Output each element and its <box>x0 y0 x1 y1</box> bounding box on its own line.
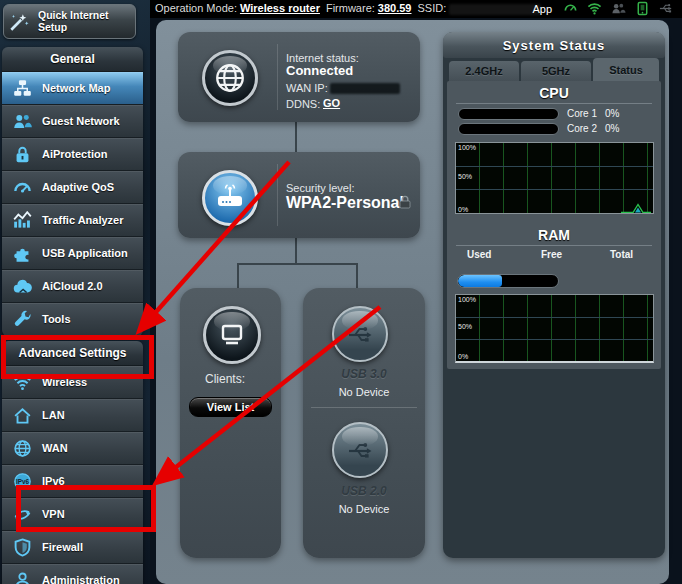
ram-usage-graph: 100% 50% 0% <box>455 294 654 363</box>
usb3-label: USB 3.0 <box>304 367 424 381</box>
sidebar-item-label: WAN <box>42 442 68 454</box>
sidebar-item-vpn[interactable]: VPN <box>2 498 143 531</box>
router-admin-screen: Operation Mode:Wireless routerFirmware:3… <box>0 0 682 584</box>
tab-24ghz[interactable]: 2.4GHz <box>449 61 519 81</box>
connector-line <box>237 263 358 265</box>
cpu-core2-value: 0% <box>605 123 619 134</box>
usb2-status: No Device <box>304 503 424 515</box>
traffic-chart-icon <box>11 211 33 230</box>
connector-line <box>295 238 297 264</box>
ddns-go-link[interactable]: GO <box>323 97 340 109</box>
sidebar-item-aicloud[interactable]: AiCloud 2.0 <box>2 270 143 303</box>
clients-label: Clients: <box>205 372 245 386</box>
ram-used-column: Used <box>467 249 491 260</box>
sidebar-item-administration[interactable]: Administration <box>2 564 143 584</box>
sidebar-group-general: General Network Map Guest Network AiProt… <box>2 47 143 336</box>
sidebar-item-tools[interactable]: Tools <box>2 303 143 336</box>
sidebar-item-label: Network Map <box>42 82 110 94</box>
connector-line <box>295 122 297 155</box>
security-level-value: WPA2-Personal <box>286 194 404 212</box>
sidebar-item-network-map[interactable]: Network Map <box>2 72 143 105</box>
magic-wand-icon <box>8 11 30 33</box>
cpu-section-title: CPU <box>447 85 661 101</box>
usb-icon[interactable] <box>659 1 674 16</box>
sidebar-item-wan[interactable]: WAN <box>2 432 143 465</box>
quick-internet-setup-button[interactable]: Quick Internet Setup <box>3 4 136 39</box>
gridline <box>456 317 653 318</box>
ram-usage-bar <box>457 274 559 288</box>
sidebar-item-label: IPv6 <box>42 475 65 487</box>
view-list-button[interactable]: View List <box>189 397 272 417</box>
cpu-axis-50: 50% <box>458 173 472 180</box>
wifi-icon <box>11 373 33 392</box>
sidebar-item-label: AiCloud 2.0 <box>42 280 103 292</box>
svg-text:IPv6: IPv6 <box>15 478 29 485</box>
ram-usage-fill <box>458 275 502 287</box>
guest-network-icon[interactable] <box>611 1 626 16</box>
lock-icon <box>11 145 33 164</box>
ssid-label: SSID: <box>417 2 446 14</box>
connector-line <box>356 263 358 288</box>
sidebar-item-label: VPN <box>42 508 65 520</box>
usb3-icon[interactable] <box>332 306 388 362</box>
mobile-app-icon[interactable] <box>635 1 650 16</box>
ssid-redacted-value <box>449 4 541 15</box>
usb3-status: No Device <box>304 386 424 398</box>
sidebar-item-label: Adaptive QoS <box>42 181 114 193</box>
wrench-icon <box>11 310 33 329</box>
puzzle-icon <box>11 244 33 263</box>
sidebar-item-traffic-analyzer[interactable]: Traffic Analyzer <box>2 204 143 237</box>
wifi-icon[interactable] <box>587 1 602 16</box>
ram-axis-100: 100% <box>458 296 476 303</box>
sidebar-item-ipv6[interactable]: IPv6 IPv6 <box>2 465 143 498</box>
sidebar-item-wireless[interactable]: Wireless <box>2 366 143 399</box>
firmware-version-link[interactable]: 380.59 <box>378 2 412 14</box>
sidebar-item-adaptive-qos[interactable]: Adaptive QoS <box>2 171 143 204</box>
system-status-panel: System Status 2.4GHz 5GHz Status CPU Cor… <box>443 32 665 558</box>
section-divider <box>456 245 652 246</box>
sidebar-item-firewall[interactable]: Firewall <box>2 531 143 564</box>
card-divider <box>277 164 278 226</box>
sidebar-item-lan[interactable]: LAN <box>2 399 143 432</box>
clients-monitor-icon[interactable] <box>203 306 261 364</box>
person-icon <box>11 571 33 584</box>
operation-mode-label: Operation Mode: <box>155 2 237 14</box>
cpu-core2-bar <box>458 123 559 135</box>
guest-network-icon <box>11 112 33 131</box>
topbar-icon-tray: App <box>532 1 674 16</box>
qos-gauge-icon[interactable] <box>563 1 578 16</box>
sidebar-item-label: USB Application <box>42 247 128 259</box>
cpu-axis-0: 0% <box>458 206 468 213</box>
gridline <box>456 339 653 340</box>
cpu-core1-label: Core 1 <box>567 108 597 119</box>
usb2-icon[interactable] <box>332 422 388 478</box>
globe-icon <box>11 439 33 458</box>
cpu-activity-spike <box>621 201 651 213</box>
ram-axis-50: 50% <box>458 323 472 330</box>
internet-globe-icon[interactable] <box>202 50 258 106</box>
section-divider <box>456 103 652 104</box>
tab-status[interactable]: Status <box>593 58 659 81</box>
cpu-core1-value: 0% <box>605 108 619 119</box>
ram-total-column: Total <box>610 249 633 260</box>
gridline <box>456 166 653 167</box>
security-level-label: Security level: <box>286 182 354 194</box>
operation-mode-value[interactable]: Wireless router <box>240 2 320 14</box>
general-header: General <box>2 47 143 72</box>
router-icon[interactable] <box>202 170 258 226</box>
sidebar-item-label: Wireless <box>42 376 87 388</box>
cloud-icon <box>11 277 33 296</box>
network-map-icon <box>11 79 33 98</box>
sidebar-item-guest-network[interactable]: Guest Network <box>2 105 143 138</box>
sidebar-item-label: AiProtection <box>42 148 107 160</box>
gauge-icon <box>11 178 33 197</box>
quick-internet-setup-label: Quick Internet Setup <box>38 10 126 33</box>
sidebar-item-usb-application[interactable]: USB Application <box>2 237 143 270</box>
vpn-arrows-icon <box>11 505 33 524</box>
sidebar-item-aiprotection[interactable]: AiProtection <box>2 138 143 171</box>
tab-5ghz[interactable]: 5GHz <box>521 61 591 81</box>
sidebar-group-advanced: Advanced Settings Wireless LAN WAN IPv6 … <box>2 341 143 584</box>
usb2-label: USB 2.0 <box>304 484 424 498</box>
system-status-title: System Status <box>443 32 665 58</box>
sidebar-item-label: Traffic Analyzer <box>42 214 124 226</box>
